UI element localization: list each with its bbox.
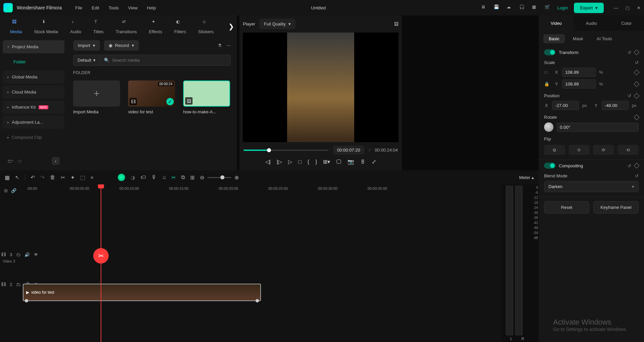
- reset-icon[interactable]: ↺: [628, 50, 631, 55]
- record-button[interactable]: ◉Record▾: [104, 40, 139, 51]
- menu-edit[interactable]: Edit: [92, 5, 99, 10]
- search-input[interactable]: [112, 58, 226, 63]
- tab-filters[interactable]: ◐Filters: [174, 19, 186, 34]
- tab-video[interactable]: Video: [539, 15, 574, 31]
- rotate-input[interactable]: [557, 123, 639, 132]
- collapse-sidebar-icon[interactable]: ‹: [52, 157, 60, 165]
- timeline-clip[interactable]: ▶ video for test: [23, 284, 261, 301]
- split-icon[interactable]: ✂: [171, 174, 176, 181]
- sidebar-item-influence-kit[interactable]: ▸Influence KitNEW: [3, 101, 64, 114]
- playhead[interactable]: ✂: [101, 184, 101, 342]
- timeline-tracks[interactable]: :00:00 00:00:05:00 00:00:10:00 00:00:15:…: [20, 184, 502, 342]
- flip-vertical-button[interactable]: ⯑: [569, 145, 590, 155]
- subtab-ai-tools[interactable]: AI Tools: [591, 34, 618, 43]
- rotate-dial[interactable]: [544, 122, 553, 132]
- more-tools-icon[interactable]: »: [91, 174, 94, 180]
- clip-handle-left[interactable]: [25, 299, 28, 302]
- device-icon[interactable]: 🖥: [481, 4, 488, 11]
- audio-mix-icon[interactable]: 🎚: [360, 159, 366, 165]
- filter-icon[interactable]: ⚗: [218, 43, 222, 48]
- login-button[interactable]: Login: [557, 5, 568, 10]
- tabs-scroll-right-icon[interactable]: ❯: [228, 22, 234, 31]
- sidebar-item-project-media[interactable]: ▾Project Media: [3, 40, 64, 53]
- snapshot-icon[interactable]: 🖼: [394, 21, 398, 26]
- headphones-icon[interactable]: 🎧: [519, 4, 526, 11]
- keyframe-icon[interactable]: [634, 69, 640, 75]
- ratio-button[interactable]: ⊞▾: [323, 159, 330, 165]
- link-icon[interactable]: ⬭: [544, 70, 549, 75]
- voiceover-icon[interactable]: 🎙: [151, 174, 157, 180]
- tab-titles[interactable]: TTitles: [93, 19, 104, 34]
- next-frame-button[interactable]: |▷: [277, 159, 282, 165]
- crop-button[interactable]: ⬚: [80, 174, 85, 181]
- position-x-input[interactable]: [552, 101, 579, 110]
- import-media-card[interactable]: + Import Media: [73, 80, 120, 114]
- display-button[interactable]: 🖵: [336, 159, 341, 165]
- export-button[interactable]: Export ▾: [574, 3, 604, 13]
- delete-button[interactable]: 🗑: [50, 174, 55, 180]
- reset-icon[interactable]: ↺: [635, 173, 639, 178]
- keyframe-icon[interactable]: [634, 163, 640, 169]
- camera-icon[interactable]: 📷: [347, 159, 354, 165]
- sort-button[interactable]: Default▾: [73, 55, 100, 66]
- lock-icon[interactable]: 🔒: [544, 81, 549, 87]
- marker-icon[interactable]: 🏷: [141, 174, 146, 180]
- keyframe-icon[interactable]: [634, 114, 640, 120]
- tab-color[interactable]: Color: [609, 15, 644, 31]
- zoom-in-button[interactable]: ⊕: [234, 174, 239, 181]
- prev-frame-button[interactable]: ◁|: [265, 159, 271, 165]
- cut-button[interactable]: ✂: [61, 174, 65, 181]
- tab-effects[interactable]: ✦Effects: [149, 19, 162, 34]
- link-track-icon[interactable]: 🔗: [11, 188, 16, 193]
- close-button[interactable]: ✕: [637, 5, 641, 10]
- effects-icon[interactable]: ✦: [70, 174, 75, 181]
- expand-icon[interactable]: ⊞: [190, 174, 195, 181]
- sidebar-item-global-media[interactable]: ▸Global Media: [3, 70, 64, 83]
- search-box[interactable]: 🔍: [100, 55, 231, 66]
- zoom-slider[interactable]: [208, 177, 231, 178]
- stop-button[interactable]: □: [298, 159, 302, 165]
- media-card-howto[interactable]: 🖼 how-to-make-A...: [183, 80, 230, 114]
- mark-in-button[interactable]: {: [308, 159, 309, 165]
- scale-y-input[interactable]: [562, 79, 596, 89]
- keyframe-icon[interactable]: [634, 93, 640, 99]
- zoom-out-button[interactable]: ⊖: [200, 174, 204, 181]
- reset-button[interactable]: Reset: [544, 201, 589, 214]
- import-button[interactable]: Import▾: [73, 40, 100, 51]
- transform-toggle[interactable]: [544, 49, 555, 55]
- preview-viewport[interactable]: [243, 33, 398, 142]
- reset-icon[interactable]: ↺: [628, 163, 631, 168]
- blend-mode-select[interactable]: Darken ▾: [544, 181, 639, 192]
- cursor-icon[interactable]: ↖: [15, 174, 19, 181]
- redo-button[interactable]: ↷: [40, 174, 45, 181]
- sidebar-item-adjustment-layer[interactable]: ▸Adjustment La...: [3, 116, 64, 129]
- cart-icon[interactable]: 🛒: [545, 4, 551, 11]
- tab-transitions[interactable]: ⇄Transitions: [116, 19, 137, 34]
- minimize-button[interactable]: ―: [614, 5, 618, 10]
- new-folder-icon[interactable]: 🗀⁺: [7, 159, 14, 164]
- menu-file[interactable]: File: [75, 5, 82, 10]
- meter-toggle[interactable]: Meter▴: [519, 175, 534, 180]
- clip-handle-right[interactable]: [256, 299, 259, 302]
- sidebar-item-cloud-media[interactable]: ▸Cloud Media: [3, 86, 64, 99]
- fullscreen-icon[interactable]: ⤢: [372, 159, 376, 165]
- menu-view[interactable]: View: [128, 5, 138, 10]
- add-track-icon[interactable]: ⊞: [4, 188, 8, 193]
- scissors-button[interactable]: ✂: [93, 248, 109, 264]
- reset-icon[interactable]: ↺: [628, 93, 631, 98]
- subtab-basic[interactable]: Basic: [543, 34, 565, 43]
- keyframe-icon[interactable]: [634, 81, 640, 87]
- scale-x-input[interactable]: [562, 68, 596, 77]
- tab-audio[interactable]: ♪Audio: [70, 19, 81, 34]
- maximize-button[interactable]: ▢: [626, 5, 630, 10]
- menu-tools[interactable]: Tools: [109, 5, 119, 10]
- keyframe-panel-button[interactable]: Keyframe Panel: [593, 201, 639, 214]
- ai-chat-icon[interactable]: [118, 174, 125, 181]
- speed-icon[interactable]: ◑: [130, 174, 135, 181]
- compositing-toggle[interactable]: [544, 163, 555, 169]
- keyframe-icon[interactable]: [634, 50, 640, 55]
- reset-icon[interactable]: ↺: [635, 60, 639, 65]
- tab-stickers[interactable]: ☺Stickers: [198, 19, 214, 34]
- timeline-ruler[interactable]: :00:00 00:00:05:00 00:00:10:00 00:00:15:…: [20, 184, 502, 196]
- mark-out-button[interactable]: }: [315, 159, 317, 165]
